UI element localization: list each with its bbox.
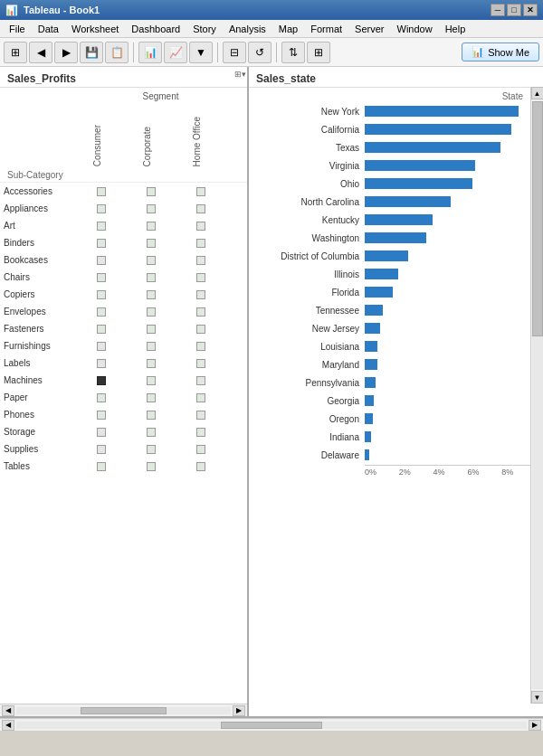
table-row[interactable]: Phones — [0, 406, 247, 423]
bar-row: Illinois — [256, 266, 536, 282]
panel-drag-handle[interactable]: ⊞▾ — [233, 67, 247, 81]
bar-fill — [365, 196, 451, 207]
grid-tool-button[interactable]: ⊞ — [4, 42, 27, 63]
copy-button[interactable]: 📋 — [105, 42, 129, 63]
vscroll-track[interactable] — [532, 101, 543, 689]
menu-item-analysis[interactable]: Analysis — [224, 22, 272, 36]
table-row[interactable]: Chairs — [0, 269, 247, 286]
table-row[interactable]: Paper — [0, 389, 247, 406]
scroll-left-button[interactable]: ◀ — [2, 705, 14, 716]
bar-row: Texas — [256, 139, 536, 156]
cell — [176, 393, 225, 402]
forward-button[interactable]: ▶ — [54, 42, 78, 63]
scroll-right-button[interactable]: ▶ — [233, 705, 245, 716]
bar-row: Ohio — [256, 175, 536, 192]
vscroll-down-button[interactable]: ▼ — [531, 691, 544, 704]
table-row[interactable]: Storage — [0, 423, 247, 440]
menu-item-story[interactable]: Story — [187, 22, 222, 36]
cell-square — [196, 342, 205, 351]
close-button[interactable]: ✕ — [523, 4, 538, 16]
table-row[interactable]: Art — [0, 217, 247, 234]
table-row[interactable]: Machines — [0, 372, 247, 389]
table-row[interactable]: Supplies — [0, 440, 247, 458]
cell — [126, 445, 176, 454]
maximize-button[interactable]: □ — [507, 4, 521, 16]
scroll-track[interactable] — [16, 707, 231, 714]
menu-item-help[interactable]: Help — [440, 22, 472, 36]
cell-square — [196, 187, 205, 196]
cell — [176, 462, 225, 471]
table-row[interactable]: Tables — [0, 458, 247, 475]
cell-square — [147, 325, 156, 334]
state-name: Virginia — [256, 161, 365, 171]
refresh-button[interactable]: ↺ — [248, 42, 272, 63]
cell-square — [196, 428, 205, 437]
cell-square — [147, 376, 156, 385]
chart-axis: 0%2%4%6%8% — [365, 465, 536, 477]
menu-item-map[interactable]: Map — [273, 22, 303, 36]
menu-item-server[interactable]: Server — [349, 22, 389, 36]
cell — [76, 393, 126, 402]
row-cells — [76, 307, 225, 317]
table-row[interactable]: Accessories — [0, 183, 247, 200]
right-panel-vscrollbar[interactable]: ▲ ▼ — [530, 87, 543, 704]
group-button[interactable]: ⊞ — [307, 42, 330, 63]
table-row[interactable]: Fasteners — [0, 320, 247, 337]
left-panel-scrollbar[interactable]: ◀ ▶ — [0, 704, 247, 716]
bar-container — [365, 395, 536, 406]
table-row[interactable]: Copiers — [0, 286, 247, 303]
main-scroll-thumb[interactable] — [221, 722, 323, 729]
cell-square — [97, 359, 106, 368]
menu-item-dashboard[interactable]: Dashboard — [126, 22, 186, 36]
minimize-button[interactable]: ─ — [491, 4, 505, 16]
row-cells — [76, 445, 225, 454]
row-cells — [76, 411, 225, 420]
table-row[interactable]: Bookcases — [0, 251, 247, 269]
state-name: Delaware — [256, 450, 365, 460]
back-button[interactable]: ◀ — [29, 42, 52, 63]
chart-button[interactable]: 📊 — [138, 42, 162, 63]
sales-table[interactable]: Segment Consumer Corporate Home Office S… — [0, 88, 247, 704]
menu-item-format[interactable]: Format — [305, 22, 348, 36]
bar-button[interactable]: 📈 — [164, 42, 187, 63]
state-name: North Carolina — [256, 197, 365, 207]
title-bar: 📊 Tableau - Book1 ─ □ ✕ — [0, 0, 543, 20]
dropdown-button[interactable]: ▼ — [189, 42, 213, 63]
menu-item-data[interactable]: Data — [33, 22, 64, 36]
filter-button[interactable]: ⊟ — [223, 42, 246, 63]
save-button[interactable]: 💾 — [80, 42, 103, 63]
menu-item-worksheet[interactable]: Worksheet — [66, 22, 124, 36]
scroll-thumb[interactable] — [81, 707, 167, 714]
window-title: Tableau - Book1 — [24, 5, 491, 15]
main-scroll-right[interactable]: ▶ — [529, 720, 541, 731]
cell-square — [147, 187, 156, 196]
table-row[interactable]: Binders — [0, 234, 247, 251]
menu-item-file[interactable]: File — [4, 22, 31, 36]
row-cells — [76, 342, 225, 351]
main-scroll-left[interactable]: ◀ — [2, 720, 14, 731]
bar-fill — [365, 341, 377, 352]
table-row[interactable]: Furnishings — [0, 337, 247, 354]
row-label: Tables — [4, 461, 76, 471]
bar-container — [365, 178, 536, 189]
table-row[interactable]: Envelopes — [0, 303, 247, 320]
main-scroll-track[interactable] — [16, 722, 527, 729]
menu-item-window[interactable]: Window — [392, 22, 438, 36]
cell-square — [196, 256, 205, 265]
table-row[interactable]: Labels — [0, 354, 247, 372]
cell — [126, 325, 176, 334]
vscroll-thumb[interactable] — [532, 101, 543, 336]
row-cells — [76, 393, 225, 402]
cell-square — [97, 204, 106, 213]
bar-row: Virginia — [256, 157, 536, 174]
main-hscrollbar[interactable]: ◀ ▶ — [0, 718, 543, 731]
left-panel-title: Sales_Profits — [0, 67, 247, 88]
cell-square — [147, 393, 156, 402]
menu-bar: FileDataWorksheetDashboardStoryAnalysisM… — [0, 20, 543, 38]
sort-button[interactable]: ⇅ — [281, 42, 305, 63]
bar-container — [365, 377, 536, 388]
show-me-button[interactable]: 📊 Show Me — [462, 43, 539, 61]
row-cells — [76, 325, 225, 334]
table-row[interactable]: Appliances — [0, 200, 247, 217]
vscroll-up-button[interactable]: ▲ — [531, 87, 544, 99]
